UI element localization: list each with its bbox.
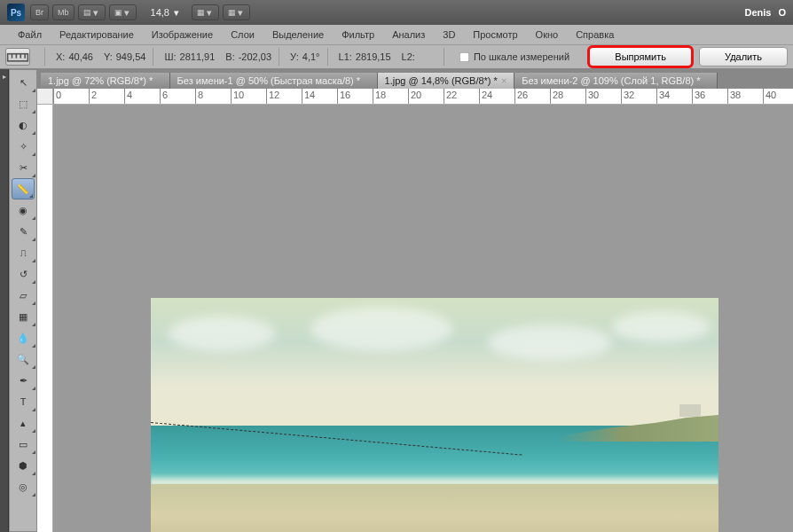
user-side: O <box>778 7 786 18</box>
y-value: 949,54 <box>116 51 146 62</box>
stamp-tool-icon: ⎍ <box>20 247 27 258</box>
menu-edit[interactable]: Редактирование <box>51 27 143 43</box>
ruler-tool[interactable]: 📏 <box>12 178 35 200</box>
shape-tool[interactable]: ▭ <box>10 434 36 455</box>
menu-help[interactable]: Справка <box>567 27 623 43</box>
a-value: 4,1° <box>302 51 320 62</box>
close-icon[interactable]: × <box>501 75 506 86</box>
titlebar: Ps Br Mb ▤▾ ▣▾ 14,8 ▾ ▦▾ ▦▾ Denis O <box>0 0 793 25</box>
canvas[interactable] <box>53 105 793 532</box>
y-label: Y: <box>104 51 113 62</box>
type-tool[interactable]: T <box>10 391 36 412</box>
crop-tool-icon: ✂ <box>20 162 27 174</box>
document-tab-label: 1.jpg @ 14,8% (RGB/8*) * <box>385 75 498 86</box>
magic-wand-tool-icon: ✧ <box>20 141 27 153</box>
ruler-horizontal[interactable]: 0246810121416182022242628303234363840 <box>53 89 793 105</box>
panel-collapse-gutter[interactable]: ▸ <box>0 69 9 532</box>
document-tab-2[interactable]: 1.jpg @ 14,8% (RGB/8*) *× <box>378 73 515 89</box>
blur-tool-icon: 💧 <box>17 332 29 344</box>
path-select-tool[interactable]: ▴ <box>10 412 36 434</box>
menu-file[interactable]: Файл <box>9 27 51 43</box>
menu-select[interactable]: Выделение <box>263 27 333 43</box>
ruler-tick: 0 <box>53 89 61 104</box>
app-logo: Ps <box>7 4 25 21</box>
gradient-tool[interactable]: ▦ <box>10 306 36 327</box>
menu-window[interactable]: Окно <box>527 27 568 43</box>
3d-tool-icon: ⬢ <box>19 460 27 472</box>
ruler-tick: 22 <box>444 89 457 104</box>
zoom-value[interactable]: 14,8 ▾ <box>151 7 181 19</box>
path-select-tool-icon: ▴ <box>20 418 26 429</box>
menu-analysis[interactable]: Анализ <box>383 27 434 43</box>
arrange-docs-button[interactable]: ▤▾ <box>78 4 106 20</box>
ruler-tick: 10 <box>231 89 244 104</box>
ruler-tick: 18 <box>373 89 386 104</box>
document-tab-label: Без имени-2 @ 109% (Слой 1, RGB/8) * <box>522 75 700 86</box>
magic-wand-tool[interactable]: ✧ <box>10 136 36 157</box>
document-tab-label: 1.jpg @ 72% (RGB/8*) * <box>48 75 153 86</box>
ruler-tick: 26 <box>514 89 528 104</box>
spot-heal-tool[interactable]: ◉ <box>10 200 36 221</box>
use-scale-checkbox[interactable]: По шкале измерений <box>459 51 569 63</box>
close-icon[interactable]: × <box>364 75 369 86</box>
menu-filter[interactable]: Фильтр <box>333 27 383 43</box>
camera-tool[interactable]: ◎ <box>10 476 36 497</box>
l2-label: L2: <box>402 51 415 62</box>
menubar: Файл Редактирование Изображение Слои Выд… <box>0 25 793 44</box>
ruler-vertical[interactable] <box>37 105 53 532</box>
x-value: 40,46 <box>68 51 93 62</box>
delete-button[interactable]: Удалить <box>699 47 788 66</box>
bridge-button[interactable]: Br <box>30 4 49 20</box>
document-tab-1[interactable]: Без имени-1 @ 50% (Быстрая маска/8) *× <box>170 73 378 89</box>
type-tool-icon: T <box>20 396 27 407</box>
menu-image[interactable]: Изображение <box>143 27 222 43</box>
lasso-tool[interactable]: ◐ <box>10 114 36 136</box>
extra-drop-1[interactable]: ▦▾ <box>192 4 219 20</box>
marquee-tool-icon: ⬚ <box>19 98 27 110</box>
ruler-tick: 14 <box>302 89 315 104</box>
lasso-tool-icon: ◐ <box>19 120 27 131</box>
ruler-corner <box>37 89 53 105</box>
w-value: 2811,91 <box>180 51 216 62</box>
ruler-tick: 12 <box>266 89 279 104</box>
ruler-tick: 40 <box>763 89 776 104</box>
eraser-tool[interactable]: ▱ <box>10 285 36 306</box>
close-icon[interactable]: × <box>156 75 161 86</box>
document-tab-label: Без имени-1 @ 50% (Быстрая маска/8) * <box>177 75 360 86</box>
ruler-tick: 28 <box>550 89 563 104</box>
stamp-tool[interactable]: ⎍ <box>10 242 36 263</box>
brush-tool-icon: ✎ <box>20 226 27 238</box>
minibridge-button[interactable]: Mb <box>52 4 75 20</box>
close-icon[interactable]: × <box>704 75 710 86</box>
ruler-tool-icon[interactable] <box>5 48 30 66</box>
dodge-tool[interactable]: 🔍 <box>10 348 36 370</box>
marquee-tool[interactable]: ⬚ <box>10 93 36 114</box>
document-tab-3[interactable]: Без имени-2 @ 109% (Слой 1, RGB/8) *× <box>514 73 718 89</box>
ruler-wrap: 0246810121416182022242628303234363840 <box>37 89 793 532</box>
brush-tool[interactable]: ✎ <box>10 221 36 242</box>
document-tab-0[interactable]: 1.jpg @ 72% (RGB/8*) *× <box>41 73 170 89</box>
menu-3d[interactable]: 3D <box>434 27 464 43</box>
shape-tool-icon: ▭ <box>19 439 27 450</box>
move-tool[interactable]: ↖ <box>10 72 36 93</box>
menu-layer[interactable]: Слои <box>222 27 263 43</box>
screenmode-button[interactable]: ▣▾ <box>109 4 137 20</box>
history-brush-tool[interactable]: ↺ <box>10 263 36 285</box>
pen-tool[interactable]: ✒ <box>10 370 36 391</box>
image-sky <box>151 298 718 444</box>
use-scale-input[interactable] <box>459 51 470 62</box>
straighten-button[interactable]: Выпрямить <box>589 47 692 66</box>
blur-tool[interactable]: 💧 <box>10 327 36 348</box>
h-label: В: <box>225 51 234 62</box>
extra-drop-2[interactable]: ▦▾ <box>223 4 250 20</box>
gradient-tool-icon: ▦ <box>19 311 27 323</box>
document-tabstrip: 1.jpg @ 72% (RGB/8*) *×Без имени-1 @ 50%… <box>37 69 793 89</box>
toolbox: ↖⬚◐✧✂📏◉✎⎍↺▱▦💧🔍✒T▴▭⬢◎ <box>9 69 37 532</box>
x-label: X: <box>56 51 65 62</box>
3d-tool[interactable]: ⬢ <box>10 455 36 476</box>
ruler-tick: 4 <box>124 89 132 104</box>
ruler-tick: 36 <box>692 89 705 104</box>
menu-view[interactable]: Просмотр <box>464 27 526 43</box>
pen-tool-icon: ✒ <box>20 375 27 387</box>
crop-tool[interactable]: ✂ <box>10 157 36 178</box>
